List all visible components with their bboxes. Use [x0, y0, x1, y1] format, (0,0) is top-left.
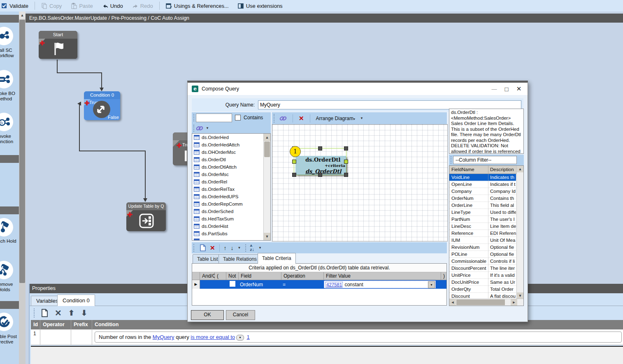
resize-handle[interactable]: [344, 173, 348, 177]
add-connection-icon[interactable]: ✚: [127, 213, 133, 217]
link-tables-icon[interactable]: [279, 116, 287, 121]
field-row[interactable]: RevisionNumOptional fie: [449, 244, 523, 251]
table-list-item[interactable]: ds.OHOrderMsc: [192, 148, 270, 156]
field-row[interactable]: CommissionableControls if li: [449, 258, 523, 265]
query-diagram-canvas[interactable]: ds.OrderDtl +criteria ds_OrderDtl 1: [272, 124, 448, 241]
condition-query-link[interactable]: MyQuery: [153, 334, 174, 340]
minimize-icon[interactable]: —: [488, 86, 500, 92]
copy-button[interactable]: Copy: [37, 0, 65, 12]
table-list-item[interactable]: ds.OrderRepComm: [192, 200, 270, 208]
add-connection-icon[interactable]: ✚: [177, 144, 182, 148]
invoke-bo-method-button[interactable]: [0, 70, 13, 88]
field-row[interactable]: CompanyCompany Id: [449, 188, 523, 195]
attach-hold-button[interactable]: [0, 218, 13, 236]
dropdown-caret-icon[interactable]: ▼: [206, 126, 209, 130]
table-list-item[interactable]: ds.OrderSched: [192, 208, 270, 215]
dropdown-caret-icon[interactable]: ▼: [258, 246, 262, 250]
table-list-item[interactable]: ds.OrderDtl: [192, 156, 270, 163]
not-checkbox[interactable]: [230, 281, 235, 287]
call-sc-workflow-button[interactable]: [0, 27, 13, 45]
tab-table-list[interactable]: Table List: [193, 254, 223, 264]
resize-handle[interactable]: [344, 160, 348, 164]
query-table-node[interactable]: ds.OrderDtl +criteria ds_OrderDtl: [295, 156, 346, 175]
invoke-function-button[interactable]: fx: [0, 113, 13, 131]
move-down-button[interactable]: ↓: [231, 245, 234, 251]
scroll-down-icon[interactable]: ▼: [264, 233, 270, 240]
field-row[interactable]: UnitPriceIf it's a valid: [449, 272, 523, 279]
field-grid-header-desc[interactable]: Description: [488, 166, 516, 174]
palette-group-bar[interactable]: [0, 301, 19, 309]
field-row[interactable]: POLineOptional fie: [449, 251, 523, 258]
scroll-up-icon[interactable]: ▲: [517, 166, 523, 172]
scrollbar-thumb[interactable]: [19, 20, 25, 283]
scrollbar-thumb[interactable]: [264, 141, 270, 157]
palette-group-bar[interactable]: [0, 206, 19, 214]
new-criteria-button[interactable]: [200, 244, 206, 251]
resize-handle[interactable]: [318, 146, 322, 151]
field-row[interactable]: OrderLineThis field al: [449, 202, 523, 209]
add-connection-icon[interactable]: ✚: [40, 41, 45, 45]
filter-value-link[interactable]: 427581: [325, 282, 343, 287]
condition-value-link[interactable]: 1: [247, 334, 250, 340]
update-table-node[interactable]: Update Table by Q ✚: [126, 202, 166, 231]
close-icon[interactable]: ✕: [513, 85, 525, 93]
table-list-item[interactable]: ds.PartSubs: [192, 230, 270, 237]
resize-handle[interactable]: [344, 146, 348, 151]
field-row[interactable]: DiscountPercentThe line iter: [449, 265, 523, 272]
field-row[interactable]: IUMUnit Of Mea: [449, 237, 523, 244]
validate-button[interactable]: Validate: [0, 0, 32, 12]
row-selector-icon[interactable]: ▶: [192, 280, 200, 289]
query-table-criteria-link[interactable]: +criteria: [325, 163, 345, 168]
move-down-button[interactable]: ⬇: [81, 308, 87, 318]
table-list-item[interactable]: ds.OrderRel: [192, 178, 270, 185]
use-extensions-button[interactable]: Use extensions: [234, 0, 286, 12]
resize-handle[interactable]: [292, 173, 296, 177]
field-grid-header-name[interactable]: FieldName: [449, 166, 488, 174]
undo-button[interactable]: Undo: [98, 0, 127, 12]
delete-criteria-button[interactable]: ✕: [210, 244, 215, 252]
move-up-button[interactable]: ⬆: [68, 308, 74, 318]
new-row-button[interactable]: [41, 309, 48, 317]
contains-checkbox[interactable]: [235, 115, 241, 121]
filter-value-combo[interactable]: 427581 constant ▼: [324, 281, 436, 288]
add-connection-icon[interactable]: ✚: [84, 101, 90, 105]
criteria-field[interactable]: OrderNum: [239, 282, 281, 287]
tab-table-relations[interactable]: Table Relations: [219, 254, 261, 264]
field-row[interactable]: LineDescLine Item de: [449, 223, 523, 230]
enable-post-directive-button[interactable]: [0, 313, 13, 331]
field-row[interactable]: OpenLineIndicates if t: [449, 181, 523, 188]
field-row[interactable]: ReferenceEDI Referen: [449, 230, 523, 237]
field-row[interactable]: PartNumThe user's I: [449, 216, 523, 223]
table-list-item[interactable]: ds.HedTaxSum: [192, 215, 270, 223]
scrollbar-thumb[interactable]: [456, 299, 505, 305]
table-list-item[interactable]: ds.OrderHedUPS: [192, 193, 270, 200]
scroll-down-icon[interactable]: ▼: [517, 292, 523, 299]
field-row[interactable]: DocUnitPriceSame as Ur: [449, 279, 523, 286]
table-list-item[interactable]: ds.OrderDtlAttch: [192, 163, 270, 171]
dialog-titlebar[interactable]: e Compose Query — □ ✕: [188, 83, 528, 95]
field-row[interactable]: OrderNumContains th: [449, 195, 523, 202]
scroll-right-icon[interactable]: ►: [511, 299, 517, 306]
delete-row-button[interactable]: ✕: [55, 308, 62, 318]
field-grid-hscrollbar[interactable]: ◄ ►: [449, 299, 524, 306]
ok-button[interactable]: OK: [191, 310, 224, 320]
column-filter-combo[interactable]: --Column Filter--: [453, 156, 517, 164]
table-list-item-partial[interactable]: [192, 237, 270, 241]
usings-references-button[interactable]: Usings & References...: [162, 0, 232, 12]
criteria-row[interactable]: ▶ OrderNum = 427581 constant ▼: [192, 280, 446, 289]
scroll-up-icon[interactable]: ▲: [264, 134, 270, 141]
scroll-left-icon[interactable]: ◄: [449, 299, 456, 306]
redo-button[interactable]: Redo: [128, 0, 157, 12]
table-list-item[interactable]: ds.OrderHist: [192, 223, 270, 230]
link-tables-icon[interactable]: [196, 125, 203, 131]
table-list-item[interactable]: ds.OrderRelTax: [192, 185, 270, 193]
sort-az-button[interactable]: AZ↓: [250, 244, 254, 252]
operator-dropdown-icon[interactable]: ▼: [236, 335, 244, 341]
condition-node[interactable]: Condition 0 ✚ True False: [84, 91, 120, 120]
maximize-icon[interactable]: □: [500, 86, 513, 93]
condition-operator-link[interactable]: is more or equal to: [191, 334, 235, 340]
sidebar-scrollbar[interactable]: ▲: [19, 12, 26, 364]
table-list-item[interactable]: ds.OrderHedAttch: [192, 141, 270, 148]
table-list-item[interactable]: ds.OrderMsc: [192, 171, 270, 178]
table-search-input[interactable]: [196, 114, 232, 122]
